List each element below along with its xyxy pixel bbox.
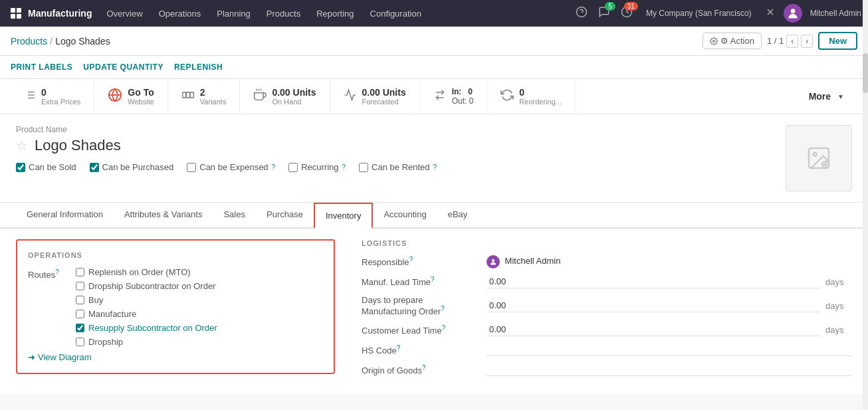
responsible-help-icon[interactable]: ? (409, 256, 413, 263)
svg-rect-17 (190, 92, 193, 97)
operations-box: OPERATIONS Routes? Replenish on Order (M… (16, 239, 335, 374)
operations-title: OPERATIONS (28, 251, 323, 259)
nav-products[interactable]: Products (260, 6, 307, 21)
customer-lead-unit: days (825, 325, 852, 335)
logistics-title: LOGISTICS (362, 239, 852, 247)
extra-prices-number: 0 (41, 87, 80, 98)
tab-ebay[interactable]: eBay (437, 203, 479, 229)
activity-icon[interactable]: 31 (618, 3, 635, 23)
stat-variants[interactable]: 2 Variants (168, 79, 241, 114)
hs-code-label: HS Code? (362, 344, 481, 356)
route-buy[interactable]: Buy (76, 295, 217, 305)
route-dropship[interactable]: Dropship (76, 337, 217, 347)
routes-help-icon[interactable]: ? (55, 268, 59, 276)
hs-code-help-icon[interactable]: ? (397, 344, 401, 352)
route-resupply-subcontractor[interactable]: Resupply Subcontractor on Order (76, 323, 217, 333)
scrollbar-thumb[interactable] (863, 53, 868, 93)
can-be-sold-checkbox[interactable]: Can be Sold (16, 162, 76, 172)
action-label: ⚙ Action (720, 36, 754, 46)
chevron-down-icon: ▼ (837, 93, 844, 100)
settings-icon[interactable] (762, 4, 778, 23)
reorder-number: 0 (519, 87, 562, 98)
stat-reordering[interactable]: 0 Reordering... (487, 79, 576, 114)
expensed-help-icon[interactable]: ? (272, 163, 276, 171)
routes-row: Routes? Replenish on Order (MTO) Dropshi… (28, 267, 323, 347)
pagination-prev[interactable]: ‹ (786, 35, 798, 48)
nav-configuration[interactable]: Configuration (364, 6, 428, 21)
hs-code-value[interactable] (487, 343, 852, 356)
logistics-hs-code-row: HS Code? (362, 343, 852, 356)
can-be-rented-checkbox[interactable]: Can be Rented? (359, 162, 437, 172)
can-be-purchased-checkbox[interactable]: Can be Purchased (90, 162, 174, 172)
svg-point-6 (712, 40, 714, 42)
forecasted-label: Forecasted (362, 98, 406, 106)
tab-sales[interactable]: Sales (213, 203, 256, 229)
rented-help-icon[interactable]: ? (433, 163, 437, 171)
action-bar: PRINT LABELS UPDATE QUANTITY REPLENISH (0, 56, 868, 79)
tab-purchase[interactable]: Purchase (256, 203, 314, 229)
stat-forecasted-content: 0.00 Units Forecasted (362, 87, 406, 106)
responsible-avatar (487, 255, 500, 268)
nav-reporting[interactable]: Reporting (310, 6, 360, 21)
stat-in-out[interactable]: In: 0 Out: 0 (420, 79, 488, 114)
days-prepare-help-icon[interactable]: ? (441, 305, 445, 312)
website-label: Website (128, 98, 154, 106)
stat-goto-website[interactable]: Go To Website (94, 79, 168, 114)
customer-lead-help-icon[interactable]: ? (442, 324, 446, 332)
chat-badge: 5 (605, 2, 615, 11)
pagination-next[interactable]: › (801, 35, 813, 48)
scrollbar-track[interactable] (863, 0, 868, 410)
nav-planning[interactable]: Planning (210, 6, 257, 21)
manuf-lead-help-icon[interactable]: ? (431, 276, 435, 283)
tab-inventory[interactable]: Inventory (314, 203, 373, 229)
new-button[interactable]: New (818, 32, 857, 50)
nav-overview[interactable]: Overview (100, 6, 149, 21)
days-prepare-label: Days to prepareManufacturing Order? (362, 295, 481, 316)
tab-accounting[interactable]: Accounting (373, 203, 437, 229)
tab-general-information[interactable]: General Information (16, 203, 114, 229)
tab-attributes-variants[interactable]: Attributes & Variants (114, 203, 213, 229)
svg-point-5 (790, 9, 795, 13)
logistics-days-prepare-row: Days to prepareManufacturing Order? 0.00… (362, 295, 852, 316)
product-name-label: Product Name (16, 125, 437, 134)
pagination-text: 1 / 1 (767, 36, 784, 46)
recurring-help-icon[interactable]: ? (342, 163, 346, 171)
origin-goods-value[interactable] (487, 363, 852, 376)
avatar[interactable] (784, 4, 802, 23)
view-diagram-link[interactable]: ➜ View Diagram (28, 352, 323, 362)
breadcrumb-bar: Products / Logo Shades ⚙ Action 1 / 1 ‹ … (0, 27, 868, 56)
nav-operations[interactable]: Operations (152, 6, 208, 21)
product-title[interactable]: Logo Shades (35, 137, 121, 154)
globe-icon (108, 88, 122, 106)
forecast-icon (344, 88, 357, 105)
stat-on-hand[interactable]: 0.00 Units On Hand (240, 79, 330, 114)
route-dropship-subcontractor[interactable]: Dropship Subcontractor on Order (76, 281, 217, 291)
support-icon[interactable] (573, 3, 590, 23)
stat-website-content: Go To Website (128, 87, 154, 106)
action-button[interactable]: ⚙ Action (703, 33, 762, 49)
manuf-lead-time-value[interactable]: 0.00 (487, 275, 820, 288)
print-labels-link[interactable]: PRINT LABELS (11, 60, 72, 74)
days-prepare-value[interactable]: 0.00 (487, 299, 820, 312)
view-diagram-text: View Diagram (38, 352, 92, 362)
can-be-expensed-checkbox[interactable]: Can be Expensed? (187, 162, 275, 172)
origin-goods-help-icon[interactable]: ? (422, 364, 426, 371)
app-grid-icon[interactable] (7, 4, 25, 23)
customer-lead-time-value[interactable]: 0.00 (487, 323, 820, 336)
logistics-manuf-lead-time-row: Manuf. Lead Time? 0.00 days (362, 275, 852, 288)
update-quantity-link[interactable]: UPDATE QUANTITY (83, 60, 163, 74)
replenish-link[interactable]: REPLENISH (174, 60, 223, 74)
breadcrumb-parent[interactable]: Products (11, 36, 47, 47)
favorite-star-icon[interactable]: ☆ (16, 138, 28, 154)
chat-icon[interactable]: 5 (596, 3, 613, 23)
stat-forecasted[interactable]: 0.00 Units Forecasted (330, 79, 420, 114)
product-image[interactable] (786, 125, 852, 191)
stat-more[interactable]: More ▼ (796, 79, 857, 114)
arrows-icon (433, 90, 447, 104)
route-manufacture[interactable]: Manufacture (76, 309, 217, 319)
routes-list: Replenish on Order (MTO) Dropship Subcon… (76, 267, 217, 347)
recurring-checkbox[interactable]: Recurring? (288, 162, 346, 172)
stat-extra-prices[interactable]: 0 Extra Prices (11, 79, 94, 114)
route-replenish-mto[interactable]: Replenish on Order (MTO) (76, 267, 217, 277)
user-name: Mitchell Admin (810, 9, 861, 18)
